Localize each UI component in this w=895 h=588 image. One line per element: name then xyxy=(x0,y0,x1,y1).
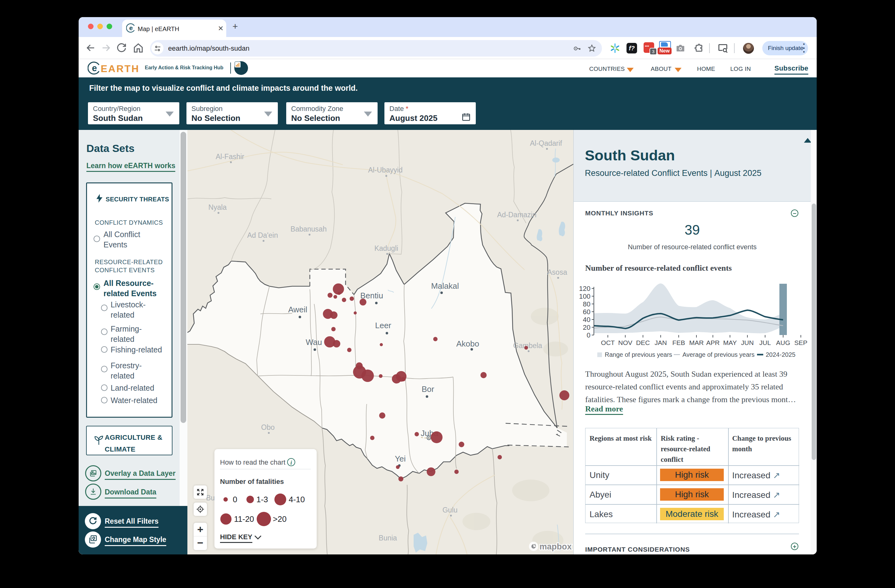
svg-text:Bor: Bor xyxy=(422,385,434,394)
svg-text:80: 80 xyxy=(583,300,590,308)
svg-text:Babanusah: Babanusah xyxy=(291,225,327,233)
svg-text:SEP: SEP xyxy=(794,339,807,346)
svg-text:Average of previous years: Average of previous years xyxy=(683,351,754,358)
svg-text:40: 40 xyxy=(583,316,590,324)
svg-text:11-20: 11-20 xyxy=(234,514,254,524)
svg-text:APR: APR xyxy=(706,339,719,346)
svg-text:OCT: OCT xyxy=(601,339,615,346)
svg-text:Al-Qadarif: Al-Qadarif xyxy=(530,139,562,147)
svg-text:Ad-Damazin: Ad-Damazin xyxy=(497,211,537,219)
svg-text:Yei: Yei xyxy=(395,454,405,464)
svg-text:100: 100 xyxy=(579,292,590,300)
svg-text:Kadugli: Kadugli xyxy=(375,244,398,252)
svg-text:0: 0 xyxy=(587,331,590,339)
svg-text:Al-Ubayyid: Al-Ubayyid xyxy=(368,166,402,174)
svg-text:Al-Fashir: Al-Fashir xyxy=(216,153,244,161)
svg-text:AUG: AUG xyxy=(776,339,790,346)
svg-text:4-10: 4-10 xyxy=(289,495,305,504)
svg-text:Wau: Wau xyxy=(306,338,322,347)
svg-text:Leer: Leer xyxy=(375,321,391,330)
svg-text:20: 20 xyxy=(583,324,590,331)
svg-text:1-3: 1-3 xyxy=(256,495,268,504)
svg-text:>20: >20 xyxy=(273,514,287,524)
svg-text:Aweil: Aweil xyxy=(288,305,307,314)
svg-text:Asosa: Asosa xyxy=(547,268,567,276)
svg-text:0: 0 xyxy=(233,495,237,504)
svg-text:e: e xyxy=(92,63,97,73)
svg-text:mapbox: mapbox xyxy=(540,542,572,551)
svg-text:Malakal: Malakal xyxy=(431,281,459,291)
svg-text:Ad Da'ein: Ad Da'ein xyxy=(247,231,278,239)
svg-text:FEB: FEB xyxy=(672,339,685,346)
svg-text:MAY: MAY xyxy=(723,339,737,346)
svg-text:Obo: Obo xyxy=(261,423,275,431)
svg-text:JUL: JUL xyxy=(759,339,771,346)
svg-text:Range of previous years: Range of previous years xyxy=(605,351,672,358)
svg-text:JUN: JUN xyxy=(741,339,754,346)
svg-text:Akobo: Akobo xyxy=(456,339,479,349)
svg-text:Nyala: Nyala xyxy=(209,203,227,211)
svg-text:NOV: NOV xyxy=(618,339,633,346)
svg-text:2024-2025: 2024-2025 xyxy=(766,351,796,358)
svg-text:120: 120 xyxy=(579,285,590,292)
svg-text:e: e xyxy=(129,24,133,31)
svg-text:DEC: DEC xyxy=(636,339,650,346)
svg-text:Bunia: Bunia xyxy=(379,534,397,542)
svg-text:JAN: JAN xyxy=(654,339,667,346)
svg-text:MAR: MAR xyxy=(689,339,704,346)
svg-text:60: 60 xyxy=(583,308,590,316)
svg-text:Gulu: Gulu xyxy=(443,506,458,514)
